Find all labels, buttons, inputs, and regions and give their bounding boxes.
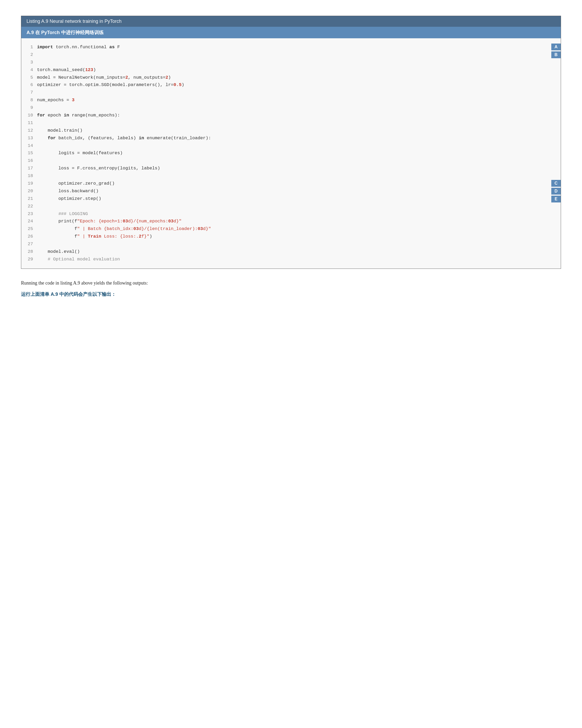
code-line-7 [37, 89, 540, 97]
code-line-18 [37, 172, 540, 180]
code-line-3 [37, 59, 540, 66]
code-line-1: import torch.nn.functional as F [37, 44, 540, 51]
code-line-6: optimizer = torch.optim.SGD(model.parame… [37, 81, 540, 89]
paragraph-chinese: 运行上面清单 A.9 中的代码会产生以下输出： [21, 291, 561, 298]
line-num: 24 [25, 218, 33, 225]
side-labels-bottom: C D E [551, 180, 561, 203]
line-num: 1 [25, 44, 33, 51]
line-num: 13 [25, 134, 33, 142]
line-num: 12 [25, 127, 33, 134]
code-line-16 [37, 157, 540, 165]
line-num: 22 [25, 203, 33, 210]
line-num: 5 [25, 74, 33, 82]
code-line-23: ### LOGGING [37, 210, 540, 218]
code-line-15: logits = model(features) [37, 150, 540, 157]
code-line-10: for epoch in range(num_epochs): [37, 112, 540, 119]
code-line-27 [37, 240, 540, 248]
line-num: 2 [25, 51, 33, 59]
line-num: 19 [25, 180, 33, 187]
code-area: 1 2 3 4 5 6 7 8 9 10 11 12 13 14 15 16 1… [21, 38, 561, 268]
code-line-28: model.eval() [37, 248, 540, 256]
side-label-d: D [551, 188, 561, 194]
code-line-17: loss = F.cross_entropy(logits, labels) [37, 165, 540, 172]
line-num: 8 [25, 97, 33, 104]
listing-container: Listing A.9 Neural network training in P… [21, 16, 561, 269]
line-num: 7 [25, 89, 33, 97]
side-labels-top: A B [551, 44, 561, 59]
code-line-12: model.train() [37, 127, 540, 134]
code-line-26: f" | Train Loss: {loss:.2f}") [37, 233, 540, 240]
code-line-8: num_epochs = 3 [37, 97, 540, 104]
line-num: 17 [25, 165, 33, 172]
line-num: 23 [25, 210, 33, 218]
code-line-24: print(f"Epoch: {epoch+1:03d}/{num_epochs… [37, 218, 540, 225]
listing-subtitle: A.9 在 PyTorch 中进行神经网络训练 [21, 27, 561, 38]
listing-header: Listing A.9 Neural network training in P… [21, 16, 561, 27]
side-label-a: A [551, 44, 561, 50]
code-line-5: model = NeuralNetwork(num_inputs=2, num_… [37, 74, 540, 82]
line-num: 9 [25, 104, 33, 112]
code-content: import torch.nn.functional as F torch.ma… [37, 44, 561, 263]
code-line-2 [37, 51, 540, 59]
line-num: 21 [25, 195, 33, 203]
side-label-e: E [551, 196, 561, 203]
code-line-4: torch.manual_seed(123) [37, 66, 540, 74]
code-line-29: # Optional model evaluation [37, 256, 540, 263]
line-num: 4 [25, 66, 33, 74]
code-line-19: optimizer.zero_grad() [37, 180, 540, 187]
paragraph-english: Running the code in listing A.9 above yi… [21, 279, 561, 287]
line-num: 26 [25, 233, 33, 240]
code-line-25: f" | Batch {batch_idx:03d}/{len(train_lo… [37, 225, 540, 233]
side-label-c: C [551, 180, 561, 187]
code-line-20: loss.backward() [37, 187, 540, 195]
line-num: 6 [25, 81, 33, 89]
side-label-b: B [551, 51, 561, 58]
code-line-13: for batch_idx, (features, labels) in enu… [37, 134, 540, 142]
line-num: 20 [25, 187, 33, 195]
code-line-22 [37, 203, 540, 210]
line-num: 3 [25, 59, 33, 66]
line-num: 27 [25, 240, 33, 248]
line-num: 16 [25, 157, 33, 165]
line-num: 28 [25, 248, 33, 256]
line-num: 15 [25, 150, 33, 157]
code-line-11 [37, 119, 540, 127]
line-num: 10 [25, 112, 33, 119]
line-num: 18 [25, 172, 33, 180]
line-num: 25 [25, 225, 33, 233]
code-line-21: optimizer.step() [37, 195, 540, 203]
line-numbers: 1 2 3 4 5 6 7 8 9 10 11 12 13 14 15 16 1… [21, 44, 37, 263]
line-num: 14 [25, 142, 33, 150]
line-num: 11 [25, 119, 33, 127]
line-num: 29 [25, 256, 33, 263]
code-line-9 [37, 104, 540, 112]
code-line-14 [37, 142, 540, 150]
